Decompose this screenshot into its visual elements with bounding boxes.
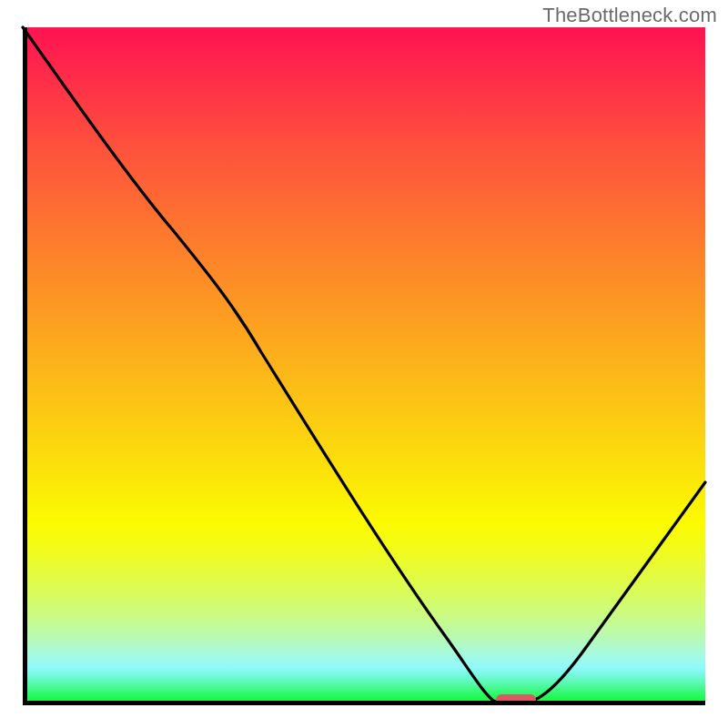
watermark-text: TheBottleneck.com <box>542 4 717 27</box>
x-axis <box>23 701 705 705</box>
curve-layer <box>23 27 705 705</box>
chart-frame: TheBottleneck.com <box>0 0 728 728</box>
y-axis <box>23 27 27 705</box>
bottleneck-curve <box>23 27 705 703</box>
plot-area <box>23 27 705 705</box>
